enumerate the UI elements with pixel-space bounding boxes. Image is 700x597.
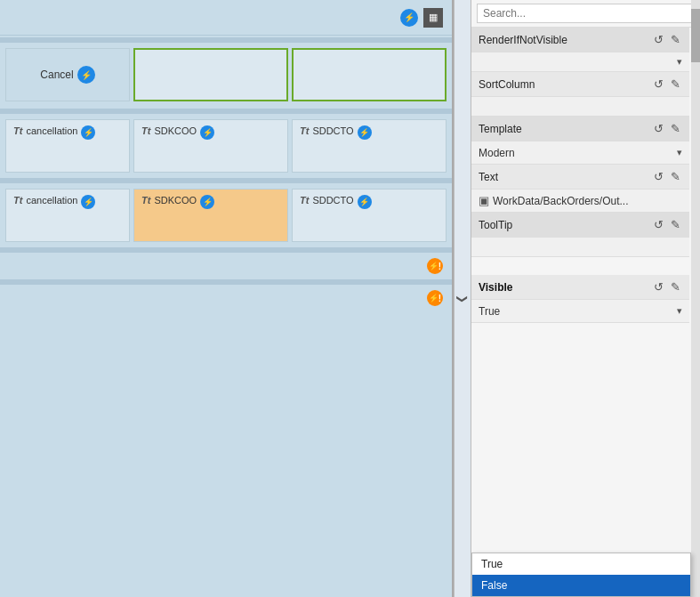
- prop-sortcolumn-header: SortColumn ↺ ✎: [471, 72, 689, 97]
- properties-list: RenderIfNotVisible ↺ ✎ ▾ SortColumn ↺ ✎ …: [471, 28, 700, 597]
- prop-actions-renderifnotvisible: ↺ ✎: [652, 33, 682, 46]
- template-value: Modern: [479, 147, 515, 159]
- renderifnotvisible-arrow[interactable]: ▾: [677, 56, 682, 68]
- visible-value: True: [479, 305, 500, 318]
- selected-cell-2[interactable]: [292, 48, 447, 101]
- tt-icon-6: Tt: [300, 195, 309, 206]
- prop-tooltip-header: ToolTip ↺ ✎: [471, 213, 689, 238]
- search-bar: [471, 0, 700, 28]
- cancel-flash-icon: ⚡: [77, 66, 95, 84]
- separator-4: [0, 247, 452, 253]
- separator-2: [0, 109, 452, 114]
- reset-template-button[interactable]: ↺: [652, 122, 665, 135]
- prop-template-header: Template ↺ ✎: [471, 117, 689, 141]
- reset-tooltip-button[interactable]: ↺: [652, 218, 665, 231]
- tag-label-sdkcoo-1: SDKCOO: [154, 125, 197, 136]
- search-input[interactable]: [477, 4, 695, 23]
- prop-label-template: Template: [479, 123, 522, 135]
- spacer: [471, 257, 689, 275]
- reset-renderifnotvisible-button[interactable]: ↺: [652, 33, 665, 46]
- tag-cell-cancellation-2[interactable]: Tt cancellation ⚡: [5, 189, 130, 242]
- prop-text-header: Text ↺ ✎: [471, 165, 689, 190]
- reset-sortcolumn-button[interactable]: ↺: [652, 77, 665, 91]
- flash-badge-2: ⚡: [200, 125, 214, 140]
- visible-arrow[interactable]: ▾: [677, 305, 682, 317]
- edit-tooltip-button[interactable]: ✎: [669, 218, 682, 231]
- prop-label-tooltip: ToolTip: [479, 219, 512, 231]
- prop-visible-header: Visible ↺ ✎: [471, 275, 689, 300]
- scrollbar-thumb[interactable]: [691, 9, 700, 62]
- prop-label-visible: Visible: [479, 281, 512, 294]
- bottom-action-bar-1: ⚡: [0, 254, 452, 278]
- reset-text-button[interactable]: ↺: [652, 170, 665, 183]
- tag-label-cancellation-2: cancellation: [26, 195, 77, 206]
- tt-icon-1: Tt: [13, 125, 22, 136]
- prop-label-sortcolumn: SortColumn: [479, 78, 535, 91]
- prop-label-renderifnotvisible: RenderIfNotVisible: [479, 34, 567, 46]
- top-bar: ⚡ ▦: [0, 0, 452, 36]
- prop-value-tooltip: [471, 238, 689, 257]
- template-arrow[interactable]: ▾: [677, 147, 682, 158]
- tag-cell-cancellation-1[interactable]: Tt cancellation ⚡: [5, 119, 130, 173]
- selected-cell-1[interactable]: [133, 48, 288, 101]
- tag-cell-sddcto-2[interactable]: Tt SDDCTO ⚡: [292, 189, 447, 242]
- bottom-action-bar-2: ⚡: [0, 286, 452, 310]
- flash-badge-5: ⚡: [200, 195, 214, 209]
- tt-icon-2: Tt: [141, 125, 150, 136]
- flash-badge-4: ⚡: [81, 195, 95, 209]
- separator-5: [0, 279, 452, 285]
- prop-label-text: Text: [479, 171, 498, 183]
- prop-value-renderifnotvisible: ▾: [471, 52, 689, 72]
- prop-renderifnotvisible-header: RenderIfNotVisible ↺ ✎: [471, 28, 689, 52]
- grid-icon[interactable]: ▦: [423, 8, 443, 28]
- cancel-cell[interactable]: Cancel ⚡: [5, 48, 130, 101]
- db-field-icon: ▣: [479, 194, 489, 207]
- tag-cell-sdkcoo-1[interactable]: Tt SDKCOO ⚡: [133, 119, 288, 173]
- edit-text-button[interactable]: ✎: [669, 170, 682, 183]
- right-panel: RenderIfNotVisible ↺ ✎ ▾ SortColumn ↺ ✎ …: [471, 0, 700, 597]
- scrollbar[interactable]: [691, 0, 700, 597]
- prop-actions-visible: ↺ ✎: [652, 280, 682, 294]
- collapse-icon: ❯: [456, 294, 469, 303]
- text-value: WorkData/BackOrders/Out...: [493, 195, 629, 207]
- tag-label-cancellation-1: cancellation: [26, 125, 77, 136]
- tag-row-2: Tt cancellation ⚡ Tt SDKCOO ⚡ Tt SDDCTO …: [0, 185, 452, 246]
- dropdown-option-false[interactable]: False: [472, 575, 690, 596]
- prop-value-template[interactable]: Modern ▾: [471, 141, 689, 165]
- dropdown-option-true[interactable]: True: [472, 553, 690, 575]
- edit-sortcolumn-button[interactable]: ✎: [669, 77, 682, 91]
- flash-badge-6: ⚡: [358, 195, 372, 209]
- prop-value-sortcolumn: [471, 97, 689, 117]
- left-panel: ⚡ ▦ Cancel ⚡ Tt cancellation ⚡ Tt SDKCOO…: [0, 0, 454, 597]
- edit-visible-button[interactable]: ✎: [669, 280, 682, 294]
- separator-3: [0, 178, 452, 183]
- tag-label-sddcto-2: SDDCTO: [312, 195, 353, 206]
- prop-actions-template: ↺ ✎: [652, 122, 682, 135]
- prop-actions-text: ↺ ✎: [652, 170, 682, 183]
- prop-actions-tooltip: ↺ ✎: [652, 218, 682, 231]
- cancel-label: Cancel: [40, 69, 73, 81]
- edit-template-button[interactable]: ✎: [669, 122, 682, 135]
- prop-value-visible[interactable]: True ▾: [471, 300, 689, 323]
- text-value-container: ▣ WorkData/BackOrders/Out...: [479, 194, 629, 207]
- row-cancel: Cancel ⚡: [0, 44, 452, 105]
- flash-icon-top[interactable]: ⚡: [400, 9, 418, 27]
- tt-icon-3: Tt: [300, 125, 309, 136]
- edit-renderifnotvisible-button[interactable]: ✎: [669, 33, 682, 46]
- prop-value-text[interactable]: ▣ WorkData/BackOrders/Out...: [471, 190, 689, 213]
- warn-badge-2[interactable]: ⚡: [427, 290, 443, 306]
- collapse-button[interactable]: ❯: [454, 0, 471, 597]
- flash-badge-1: ⚡: [81, 125, 95, 140]
- tag-cell-sdkcoo-2[interactable]: Tt SDKCOO ⚡: [133, 189, 288, 242]
- prop-actions-sortcolumn: ↺ ✎: [652, 77, 682, 91]
- tt-icon-4: Tt: [13, 195, 22, 206]
- visible-dropdown-overlay: True False: [471, 553, 691, 597]
- tt-icon-5: Tt: [141, 195, 150, 206]
- separator-1: [0, 37, 452, 43]
- tag-cell-sddcto-1[interactable]: Tt SDDCTO ⚡: [292, 119, 447, 173]
- tag-label-sddcto-1: SDDCTO: [312, 125, 353, 136]
- flash-badge-3: ⚡: [358, 125, 372, 140]
- reset-visible-button[interactable]: ↺: [652, 280, 665, 294]
- tag-row-1: Tt cancellation ⚡ Tt SDKCOO ⚡ Tt SDDCTO …: [0, 116, 452, 176]
- warn-badge-1[interactable]: ⚡: [427, 258, 443, 274]
